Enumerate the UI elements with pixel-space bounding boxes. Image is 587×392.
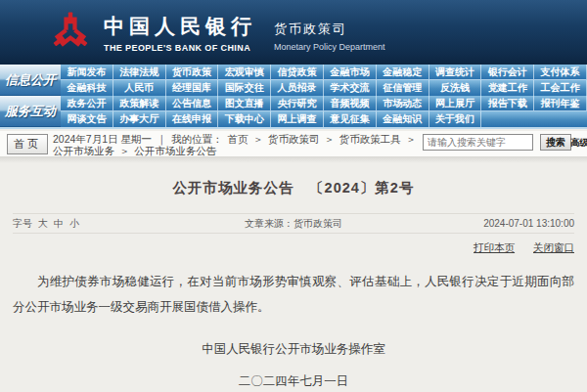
- breadcrumb-separator: ＞: [324, 133, 335, 145]
- nav-item-jinrongkeji[interactable]: 金融科技: [61, 80, 113, 96]
- nav-item-tuwenzhibo[interactable]: 图文直播: [218, 96, 271, 110]
- search-input[interactable]: [423, 134, 533, 151]
- breadcrumb-bar: 首页 2024年7月1日 星期一 ｜ 我的位置： 首页 ＞ 货币政策司 ＞ 货币…: [0, 131, 587, 156]
- nav-row: 金融科技 人民币 经理国库 国际交往 人员招录 学术交流 征信管理 反洗钱 党建…: [61, 80, 587, 96]
- nav-item-shichangdongtai[interactable]: 市场动态: [377, 96, 429, 110]
- nav-item-hongguanshenshen[interactable]: 宏观审慎: [218, 65, 271, 79]
- nav-item-renyuanzhaolu[interactable]: 人员招录: [271, 80, 324, 96]
- breadcrumb-item-omo[interactable]: 公开市场业务: [53, 145, 114, 156]
- nav-item-gonghuigongzuo[interactable]: 工会工作: [534, 80, 587, 96]
- nav-item-fanxiqian[interactable]: 反洗钱: [429, 80, 482, 96]
- department-name-cn: 货币政策司: [274, 21, 385, 38]
- breadcrumb-separator: ＞: [252, 133, 263, 145]
- nav-item-zhengcejiedu[interactable]: 政策解读: [113, 96, 166, 110]
- nav-item-falvfagui[interactable]: 法律法规: [113, 65, 166, 79]
- breadcrumb: 2024年7月1日 星期一 ｜ 我的位置： 首页 ＞ 货币政策司 ＞ 货币政策工…: [52, 133, 422, 156]
- print-close-row-top: 打印本页 关闭窗口: [13, 241, 574, 255]
- nav-section-service: 服务互动 政务公开 政策解读 公告信息 图文直播 央行研究 音频视频 市场动态 …: [0, 96, 587, 127]
- nav-item-guanyuwomen[interactable]: 关于我们: [429, 111, 482, 127]
- nav-item-zhengwugongkai[interactable]: 政务公开: [61, 96, 113, 110]
- article-source: 文章来源：货币政策司: [178, 217, 409, 231]
- nav-item-dangjiangongzuo[interactable]: 党建工作: [481, 80, 534, 96]
- nav-item-yinpinshipin[interactable]: 音频视频: [324, 96, 377, 110]
- print-page-link[interactable]: 打印本页: [474, 241, 515, 253]
- nav-item-banshidating[interactable]: 办事大厅: [113, 111, 166, 127]
- nav-item-baokannianjian[interactable]: 报刊年鉴: [534, 96, 587, 110]
- nav-item-yanghangyanjiu[interactable]: 央行研究: [271, 96, 324, 110]
- article-signature: 中国人民银行公开市场业务操作室: [13, 341, 574, 358]
- nav-item-baogaoxiazai[interactable]: 报告下载: [481, 96, 534, 110]
- nav-item-guojijiaowang[interactable]: 国际交往: [218, 80, 271, 96]
- nav-item-wangtanwengao[interactable]: 网谈文告: [61, 111, 113, 127]
- nav-section-info: 信息公开 新闻发布 法律法规 货币政策 宏观审慎 信贷政策 金融市场 金融稳定 …: [0, 65, 587, 96]
- article-sign-date: 二〇二四年七月一日: [13, 373, 574, 390]
- nav-row-filler: [481, 111, 587, 127]
- nav-section-label-info[interactable]: 信息公开: [0, 65, 61, 96]
- breadcrumb-item-tools[interactable]: 货币政策工具: [339, 133, 401, 145]
- font-size-medium[interactable]: 中: [54, 217, 64, 231]
- nav-item-zaixianshenbao[interactable]: 在线申报: [166, 111, 219, 127]
- nav-section-label-service[interactable]: 服务互动: [0, 96, 61, 127]
- nav-item-wangshangzhanting[interactable]: 网上展厅: [429, 96, 482, 110]
- nav-item-huobizhengce[interactable]: 货币政策: [166, 65, 219, 79]
- article-body: 为维护债券市场稳健运行，在对当前市场形势审慎观察、评估基础上，人民银行决定于近期…: [13, 269, 574, 320]
- nav-item-yijianzhengji[interactable]: 意见征集: [324, 111, 377, 127]
- pboc-logo-icon: [49, 10, 92, 55]
- nav-item-jinrongwending[interactable]: 金融稳定: [377, 65, 429, 79]
- nav-item-xindaizhengce[interactable]: 信贷政策: [271, 65, 324, 79]
- announcement-article: 公开市场业务公告 〔2024〕第2号 字号 大 中 小 文章来源：货币政策司 2…: [0, 163, 587, 392]
- font-size-small[interactable]: 小: [69, 217, 79, 231]
- nav-item-gonggaoxinxi[interactable]: 公告信息: [166, 96, 219, 110]
- home-button[interactable]: 首页: [7, 134, 48, 154]
- breadcrumb-separator: ＞: [406, 133, 417, 145]
- breadcrumb-date: 2024年7月1日 星期一: [53, 133, 152, 145]
- font-size-large[interactable]: 大: [38, 217, 48, 231]
- breadcrumb-item-home[interactable]: 首页: [228, 133, 248, 145]
- bank-name-en: THE PEOPLE'S BANK OF CHINA: [104, 43, 256, 53]
- department-name-en: Monetary Policy Department: [274, 42, 385, 52]
- breadcrumb-location-label: 我的位置：: [171, 133, 223, 145]
- nav-item-wangshangdiaocha[interactable]: 网上调查: [271, 111, 324, 127]
- nav-item-yinhangkuaiji[interactable]: 银行会计: [481, 65, 534, 79]
- nav-item-zhifutixi[interactable]: 支付体系: [534, 65, 587, 79]
- close-window-link[interactable]: 关闭窗口: [533, 241, 574, 253]
- breadcrumb-item-announcements[interactable]: 公开市场业务公告: [134, 145, 216, 156]
- bank-name-cn: 中国人民银行: [104, 13, 256, 40]
- breadcrumb-bottom-strip: [0, 156, 587, 163]
- nav-item-xiazaizhongxin[interactable]: 下载中心: [218, 111, 271, 127]
- font-size-label: 字号: [13, 217, 32, 231]
- nav-row: 网谈文告 办事大厅 在线申报 下载中心 网上调查 意见征集 金融知识 关于我们: [61, 111, 587, 127]
- pboc-announcement-page: 中国人民银行 THE PEOPLE'S BANK OF CHINA 货币政策司 …: [0, 0, 587, 392]
- nav-item-zhengxinguanli[interactable]: 征信管理: [377, 80, 429, 96]
- nav-item-jingliguoku[interactable]: 经理国库: [166, 80, 219, 96]
- nav-item-jinrongzhishi[interactable]: 金融知识: [377, 111, 429, 127]
- nav-item-xueshujiaoliu[interactable]: 学术交流: [324, 80, 377, 96]
- main-navigation: 信息公开 新闻发布 法律法规 货币政策 宏观审慎 信贷政策 金融市场 金融稳定 …: [0, 65, 587, 129]
- breadcrumb-item-dept[interactable]: 货币政策司: [268, 133, 320, 145]
- breadcrumb-divider: ｜: [157, 133, 166, 145]
- nav-row: 新闻发布 法律法规 货币政策 宏观审慎 信贷政策 金融市场 金融稳定 调查统计 …: [61, 65, 587, 80]
- article-meta-row: 字号 大 中 小 文章来源：货币政策司 2024-07-01 13:10:00: [13, 213, 574, 234]
- article-title: 公开市场业务公告 〔2024〕第2号: [13, 179, 574, 197]
- nav-item-jinrongshichang[interactable]: 金融市场: [324, 65, 377, 79]
- article-datetime: 2024-07-01 13:10:00: [409, 218, 574, 229]
- search-button[interactable]: 搜索: [540, 134, 571, 151]
- nav-row: 政务公开 政策解读 公告信息 图文直播 央行研究 音频视频 市场动态 网上展厅 …: [61, 96, 587, 111]
- nav-item-renminbi[interactable]: 人民币: [113, 80, 166, 96]
- site-header: 中国人民银行 THE PEOPLE'S BANK OF CHINA 货币政策司 …: [0, 0, 587, 65]
- nav-item-xinwenfabu[interactable]: 新闻发布: [61, 65, 113, 79]
- advanced-search-link[interactable]: 高级搜索: [570, 137, 587, 150]
- breadcrumb-separator: ＞: [119, 145, 130, 156]
- nav-item-diaochatongji[interactable]: 调查统计: [429, 65, 482, 79]
